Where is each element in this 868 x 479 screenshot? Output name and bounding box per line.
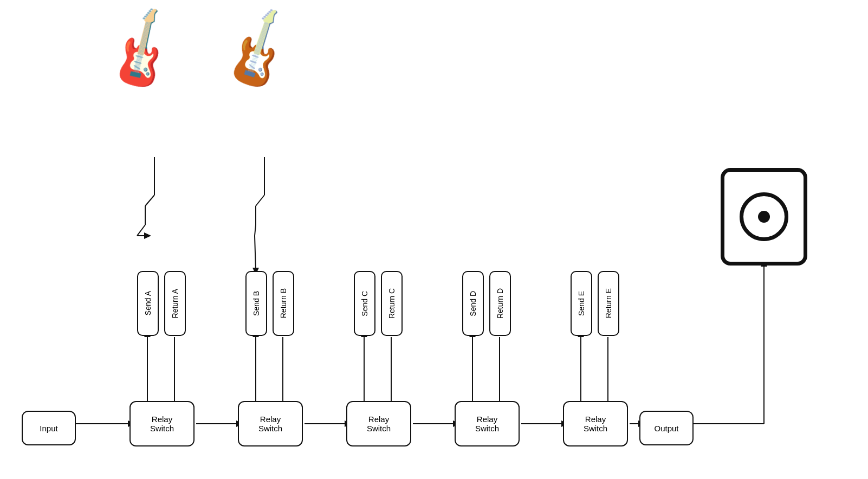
relay-switch-2: RelaySwitch — [238, 401, 303, 446]
send-b: Send B — [245, 271, 267, 336]
send-e: Send E — [571, 271, 592, 336]
svg-line-22 — [256, 195, 264, 206]
speaker-icon — [721, 168, 807, 266]
send-c: Send C — [354, 271, 375, 336]
diagram-container: 🎸 🎸 Input Output RelaySwitch RelaySwitch… — [0, 0, 868, 479]
return-b: Return B — [273, 271, 294, 336]
send-d: Send D — [462, 271, 484, 336]
return-e: Return E — [598, 271, 619, 336]
svg-line-16 — [145, 195, 154, 206]
send-a: Send A — [137, 271, 159, 336]
relay-switch-3: RelaySwitch — [346, 401, 411, 446]
return-c: Return C — [381, 271, 403, 336]
return-a: Return A — [164, 271, 186, 336]
svg-line-18 — [137, 225, 145, 236]
return-d: Return D — [489, 271, 511, 336]
relay-switch-5: RelaySwitch — [563, 401, 628, 446]
svg-marker-20 — [144, 232, 151, 239]
svg-line-24 — [255, 225, 256, 236]
output-node: Output — [639, 411, 694, 445]
speaker-dot — [758, 211, 770, 223]
svg-line-25 — [255, 236, 256, 271]
relay-switch-1: RelaySwitch — [129, 401, 195, 446]
speaker-cone — [740, 192, 788, 241]
input-node: Input — [22, 411, 76, 445]
relay-switch-4: RelaySwitch — [455, 401, 520, 446]
